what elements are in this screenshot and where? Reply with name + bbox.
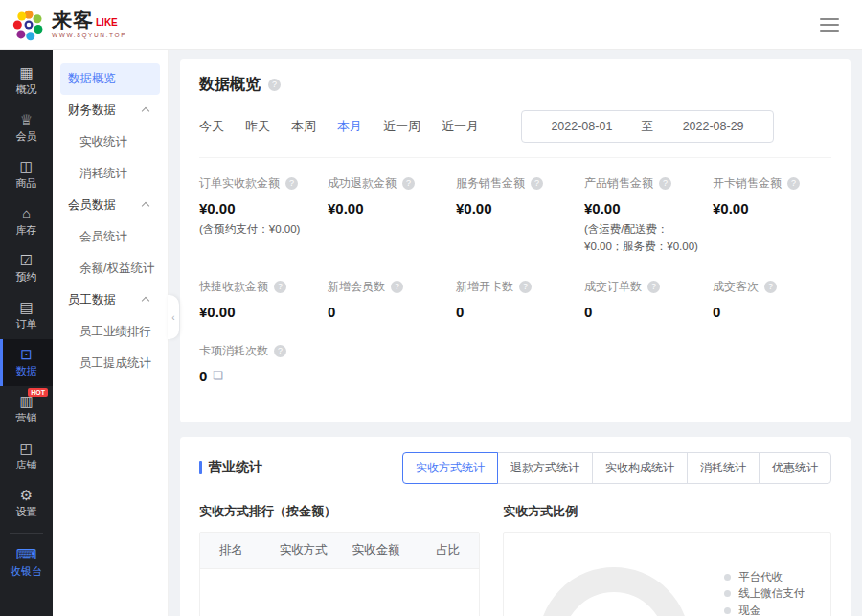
- quick-filter[interactable]: 本周: [291, 118, 316, 135]
- stat-cell: 快捷收款金额¥0.00: [199, 279, 318, 320]
- stat-value: 0: [713, 304, 831, 320]
- logo-text: 来客 LIKE WWW.8QYUN.TOP: [52, 10, 126, 39]
- submenu-item-label: 员工提成统计: [79, 348, 151, 379]
- statistics-tab-3[interactable]: 消耗统计: [687, 452, 760, 484]
- sidebar-item-member[interactable]: ♕会员: [0, 104, 53, 151]
- quick-filter[interactable]: 近一周: [383, 118, 420, 135]
- stat-cell: 开卡销售金额¥0.00: [713, 175, 831, 256]
- date-start[interactable]: 2022-08-01: [551, 120, 612, 133]
- sidebar-collapse-handle[interactable]: [168, 295, 179, 339]
- submenu-item-finance-group[interactable]: 财务数据: [60, 95, 160, 126]
- statistics-tab-0[interactable]: 实收方式统计: [402, 452, 498, 484]
- legend-item[interactable]: 现金: [724, 603, 817, 616]
- empty-state: 暂无数据: [200, 569, 479, 616]
- help-icon[interactable]: [764, 281, 777, 293]
- submenu-item-staff-commission[interactable]: 员工提成统计: [60, 348, 160, 379]
- submenu-item-consume-stat[interactable]: 消耗统计: [60, 158, 160, 190]
- primary-sidebar: ▦概况♕会员◫商品⌂库存☑预约▤订单⊡数据▥HOT营销◰店铺⚙设置⌨收银台: [0, 50, 53, 616]
- help-icon[interactable]: [274, 345, 286, 357]
- help-icon[interactable]: [274, 281, 286, 293]
- hot-badge: HOT: [28, 388, 48, 397]
- sidebar-item-data[interactable]: ⊡数据: [0, 339, 53, 386]
- submenu-item-member-stat[interactable]: 会员统计: [60, 221, 160, 253]
- help-icon[interactable]: [402, 177, 415, 190]
- sidebar-item-order[interactable]: ▤订单: [0, 292, 53, 339]
- help-icon[interactable]: [659, 177, 671, 190]
- help-icon[interactable]: [531, 177, 543, 190]
- product-icon: ◫: [19, 159, 33, 173]
- help-icon[interactable]: [285, 177, 298, 190]
- page-title-help-icon[interactable]: [268, 79, 281, 91]
- submenu-item-balance-stat[interactable]: 余额/权益统计: [60, 253, 160, 285]
- ranking-table-header: 排名实收方式实收金额占比: [200, 533, 479, 569]
- sidebar-item-cashier[interactable]: ⌨收银台: [0, 539, 53, 586]
- quick-filter[interactable]: 昨天: [245, 118, 270, 135]
- legend-item[interactable]: 线上微信支付: [724, 585, 817, 603]
- stat-cell: 成交订单数0: [584, 279, 703, 320]
- submenu-item-staff-group[interactable]: 员工数据: [60, 285, 160, 316]
- content-area: 数据概览 今天昨天本周本月近一周近一月 2022-08-01 至 2022-08…: [169, 50, 862, 616]
- submenu-item-label: 数据概览: [68, 63, 116, 95]
- help-icon[interactable]: [391, 281, 403, 293]
- submenu-item-label: 员工业绩排行: [79, 316, 151, 348]
- submenu-item-data-overview[interactable]: 数据概览: [60, 63, 160, 95]
- statistics-tab-2[interactable]: 实收构成统计: [592, 452, 688, 484]
- date-range-input[interactable]: 2022-08-01 至 2022-08-29: [521, 110, 774, 143]
- legend-item[interactable]: 平台代收: [724, 569, 817, 586]
- stat-label: 快捷收款金额: [199, 279, 318, 295]
- legend-label: 平台代收: [738, 570, 783, 584]
- detail-report-icon[interactable]: ❏: [213, 369, 223, 382]
- statistics-tab-4[interactable]: 优惠统计: [759, 452, 831, 484]
- submenu-item-label: 消耗统计: [79, 158, 127, 190]
- help-icon[interactable]: [647, 281, 660, 293]
- sidebar-item-inventory[interactable]: ⌂库存: [0, 198, 53, 245]
- quick-filter[interactable]: 近一月: [442, 118, 479, 135]
- logo-subtitle: WWW.8QYUN.TOP: [52, 33, 126, 39]
- divider: [199, 157, 831, 158]
- quick-filter[interactable]: 今天: [199, 118, 224, 135]
- stat-cell: 服务销售金额¥0.00: [456, 175, 575, 256]
- sidebar-item-marketing[interactable]: ▥HOT营销: [0, 386, 53, 433]
- sidebar-item-label: 订单: [16, 317, 37, 331]
- stat-label-text: 成交订单数: [584, 279, 642, 295]
- appointment-icon: ☑: [20, 253, 33, 267]
- stat-note: (含运费/配送费：¥0.00；服务费：¥0.00): [584, 221, 703, 256]
- stat-label: 产品销售金额: [584, 175, 703, 192]
- data-icon: ⊡: [20, 347, 33, 361]
- stat-note: (含预约支付：¥0.00): [199, 221, 318, 239]
- submenu-item-income-stat[interactable]: 实收统计: [60, 126, 160, 158]
- sidebar-item-product[interactable]: ◫商品: [0, 151, 53, 198]
- proportion-chart-box: 总金额 ¥0.00 平台代收线上微信支付现金其他微信（记账）支付宝（记账）POS…: [503, 532, 831, 616]
- settings-icon: ⚙: [20, 488, 33, 502]
- stat-label-text: 卡项消耗次数: [199, 343, 268, 359]
- logo-name: 来客: [52, 10, 94, 30]
- help-icon[interactable]: [519, 281, 532, 293]
- submenu-item-staff-rank[interactable]: 员工业绩排行: [60, 316, 160, 348]
- legend-label: 现金: [738, 604, 760, 616]
- quick-filter[interactable]: 本月: [337, 118, 362, 135]
- date-end[interactable]: 2022-08-29: [683, 120, 744, 133]
- statistics-tab-1[interactable]: 退款方式统计: [497, 452, 593, 484]
- legend-label: 线上微信支付: [738, 586, 805, 601]
- sidebar-item-appointment[interactable]: ☑预约: [0, 245, 53, 292]
- stat-value: ¥0.00: [584, 200, 703, 217]
- stat-label-text: 服务销售金额: [456, 175, 525, 192]
- stat-value: 0❏: [199, 368, 318, 384]
- stat-cell: 订单实收款金额¥0.00(含预约支付：¥0.00): [199, 175, 318, 256]
- stat-label: 卡项消耗次数: [199, 343, 318, 359]
- submenu-item-member-group[interactable]: 会员数据: [60, 190, 160, 221]
- hamburger-menu-icon[interactable]: [820, 18, 839, 32]
- sidebar-item-shop[interactable]: ◰店铺: [0, 433, 53, 480]
- sidebar-item-overview[interactable]: ▦概况: [0, 57, 53, 104]
- stat-label-text: 新增会员数: [328, 279, 385, 295]
- sidebar-item-settings[interactable]: ⚙设置: [0, 480, 53, 527]
- stat-label-text: 成交客次: [713, 279, 759, 295]
- shop-icon: ◰: [19, 441, 33, 455]
- stat-value-text: ¥0.00: [456, 200, 492, 217]
- table-column-header: 实收金额: [340, 542, 413, 559]
- stat-value-text: 0: [328, 304, 335, 320]
- help-icon[interactable]: [787, 177, 800, 190]
- brand-logo[interactable]: 来客 LIKE WWW.8QYUN.TOP: [11, 8, 126, 42]
- stat-value-text: 0: [199, 368, 207, 384]
- stat-value: 0: [456, 304, 575, 320]
